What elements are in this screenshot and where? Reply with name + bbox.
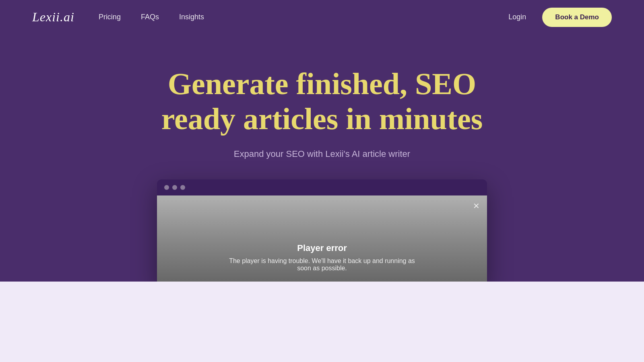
- nav-link-insights[interactable]: Insights: [179, 13, 204, 21]
- browser-dot-1: [164, 185, 169, 190]
- browser-mockup-wrapper: ✕ Player error The player is having trou…: [157, 179, 487, 284]
- player-error-title: Player error: [297, 243, 347, 253]
- site-header: Lexii.ai Pricing FAQs Insights Login Boo…: [0, 0, 644, 34]
- browser-dot-3: [180, 185, 185, 190]
- browser-mockup: ✕ Player error The player is having trou…: [157, 179, 487, 284]
- browser-bar: [157, 179, 487, 195]
- browser-dot-2: [172, 185, 177, 190]
- nav-right: Login Book a Demo: [508, 8, 612, 27]
- bottom-section: [0, 282, 644, 362]
- close-button[interactable]: ✕: [473, 201, 480, 211]
- player-error-message: The player is having trouble. We'll have…: [221, 257, 423, 272]
- video-player-area: ✕ Player error The player is having trou…: [157, 195, 487, 284]
- hero-title: Generate finished, SEO ready articles in…: [161, 66, 483, 137]
- login-link[interactable]: Login: [508, 13, 526, 21]
- nav-links: Pricing FAQs Insights: [99, 13, 204, 21]
- book-demo-button[interactable]: Book a Demo: [542, 8, 612, 27]
- hero-subtitle: Expand your SEO with Lexii's AI article …: [234, 149, 410, 159]
- logo[interactable]: Lexii.ai: [32, 10, 74, 25]
- nav-link-faqs[interactable]: FAQs: [141, 13, 159, 21]
- nav-link-pricing[interactable]: Pricing: [99, 13, 121, 21]
- hero-section: Generate finished, SEO ready articles in…: [0, 34, 644, 300]
- nav-left: Lexii.ai Pricing FAQs Insights: [32, 10, 204, 25]
